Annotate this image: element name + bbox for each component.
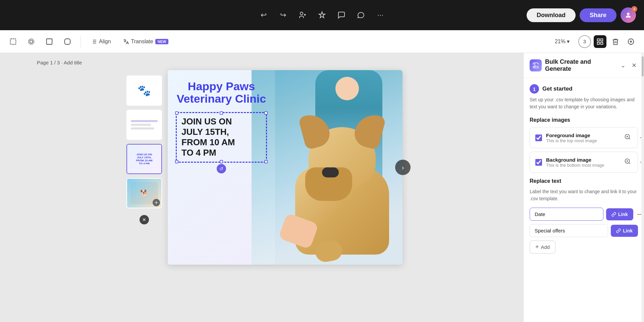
rounded-rect-tool-button[interactable] xyxy=(61,35,74,48)
avatar-wrapper: 4 xyxy=(621,7,636,23)
svg-rect-4 xyxy=(10,39,16,44)
page-nav-button[interactable]: 3 xyxy=(578,35,591,48)
svg-rect-16 xyxy=(601,39,603,41)
foreground-image-option: Foreground image This is the top most im… xyxy=(530,127,638,148)
panel-close-button[interactable]: ✕ xyxy=(630,60,638,70)
foreground-image-title: Foreground image xyxy=(546,132,619,138)
replace-images-title: Replace images xyxy=(530,117,638,123)
foreground-image-checkbox[interactable] xyxy=(535,135,542,141)
next-page-button[interactable]: › xyxy=(395,160,411,175)
add-label: Add xyxy=(541,244,550,250)
thumb-item-1[interactable]: 🐾 xyxy=(126,75,162,106)
svg-rect-15 xyxy=(597,39,599,41)
step-1-header: 1 Get started xyxy=(530,84,638,94)
avatar-notification-badge: 4 xyxy=(631,6,637,12)
selection-handle-br xyxy=(264,160,268,163)
thumb-close-button[interactable]: ✕ xyxy=(140,215,149,224)
replace-text-desc: Label the text you want to change and li… xyxy=(530,188,638,202)
background-image-option: Background image This is the bottom most… xyxy=(530,152,638,173)
canvas-container: Happy Paws Veterinary Clinic JOIN US ON … xyxy=(168,70,402,265)
card-text-area: Happy Paws Veterinary Clinic JOIN US ON … xyxy=(168,70,275,265)
step-1-description: Set up your .csv template by choosing im… xyxy=(530,96,638,110)
background-image-text: Background image This is the bottom most… xyxy=(546,157,619,168)
toolbar: Align Translate NEW 21% ▾ 3 xyxy=(0,30,644,53)
svg-point-3 xyxy=(627,13,629,15)
panel-collapse-button[interactable]: ⌄ xyxy=(619,60,627,70)
top-bar: ↩ ↪ ··· Download Share xyxy=(0,0,644,30)
foreground-image-search-button[interactable] xyxy=(623,132,632,143)
page-label: Page 1 / 3 · Add title xyxy=(37,60,82,65)
rotation-button[interactable]: ↺ xyxy=(217,164,226,173)
date-text-input[interactable] xyxy=(530,208,603,221)
foreground-image-subtitle: This is the top most image xyxy=(546,138,619,143)
replace-images-section: Replace images Foreground image This is … xyxy=(530,117,638,173)
background-image-title: Background image xyxy=(546,157,619,163)
panel-header: Bulk Create and Generate ⌄ ✕ xyxy=(524,53,644,78)
replace-text-title: Replace text xyxy=(530,178,638,184)
thumb-mini-text: JOIN US ONJULY 15TH,FROM 10 AMTO 4 PM xyxy=(136,153,152,165)
panel-icon xyxy=(530,59,542,71)
svg-rect-8 xyxy=(65,39,70,44)
selection-handle-bl xyxy=(175,160,178,163)
scrollbar-thumb[interactable] xyxy=(642,56,644,76)
element-tool-button[interactable] xyxy=(25,35,38,48)
canvas-card: Happy Paws Veterinary Clinic JOIN US ON … xyxy=(168,70,402,265)
zoom-level: 21% xyxy=(555,39,566,45)
top-bar-center: ↩ ↪ ··· xyxy=(257,8,387,22)
download-button[interactable]: Download xyxy=(527,8,576,22)
svg-rect-17 xyxy=(597,42,599,44)
foreground-image-text: Foreground image This is the top most im… xyxy=(546,132,619,143)
special-offers-link-button[interactable]: Link xyxy=(611,225,638,237)
share-button[interactable]: Share xyxy=(580,8,616,22)
thumb-item-3[interactable]: JOIN US ONJULY 15TH,FROM 10 AMTO 4 PM xyxy=(126,144,162,174)
redo-button[interactable]: ↪ xyxy=(276,8,290,22)
panel-title: Bulk Create and Generate xyxy=(545,58,616,72)
add-text-field-button[interactable]: + Add xyxy=(530,240,555,254)
scrollbar-track xyxy=(641,53,644,322)
new-badge: NEW xyxy=(155,39,169,44)
text-field-row-1: Link C xyxy=(530,208,638,221)
translate-button[interactable]: Translate NEW xyxy=(120,36,172,47)
card-date-text: JOIN US ON JULY 15TH, FROM 10 AM TO 4 PM xyxy=(181,116,261,158)
date-link-button[interactable]: Link xyxy=(606,208,633,220)
special-offers-link-label: Link xyxy=(623,228,633,233)
svg-point-0 xyxy=(300,12,303,15)
align-label: Align xyxy=(99,39,111,45)
top-bar-right: Download Share 4 xyxy=(527,7,636,23)
chat-button[interactable] xyxy=(354,8,368,22)
toolbar-divider-1 xyxy=(80,36,81,48)
svg-point-6 xyxy=(29,39,34,44)
undo-button[interactable]: ↩ xyxy=(257,8,270,22)
select-tool-button[interactable] xyxy=(7,35,19,48)
step-1-section: 1 Get started Set up your .csv template … xyxy=(530,84,638,110)
panel-scroll-area: 1 Get started Set up your .csv template … xyxy=(524,78,644,322)
more-button[interactable]: ··· xyxy=(374,8,387,22)
text-field-row-2: Link xyxy=(530,224,638,237)
background-image-search-button[interactable] xyxy=(623,157,632,168)
dog-silhouette xyxy=(282,110,402,265)
main-layout: Page 1 / 3 · Add title 🐾 JOIN US ONJULY … xyxy=(0,53,644,322)
thumb-item-2[interactable] xyxy=(126,110,162,140)
date-text-box[interactable]: JOIN US ON JULY 15TH, FROM 10 AM TO 4 PM xyxy=(176,112,267,163)
align-button[interactable]: Align xyxy=(88,36,114,47)
background-image-checkbox[interactable] xyxy=(535,159,542,166)
add-icon: + xyxy=(535,244,539,251)
date-link-label: Link xyxy=(618,212,628,217)
comment-button[interactable] xyxy=(335,8,348,22)
zoom-selector[interactable]: 21% ▾ xyxy=(551,36,573,47)
svg-point-22 xyxy=(156,202,157,203)
translate-label: Translate xyxy=(131,39,153,45)
rectangle-tool-button[interactable] xyxy=(43,35,56,48)
add-page-button[interactable] xyxy=(625,35,637,48)
magic-button[interactable] xyxy=(315,8,329,22)
grid-view-button[interactable] xyxy=(594,35,606,48)
selection-handle-tl xyxy=(175,111,178,115)
thumbnail-sidebar: 🐾 JOIN US ONJULY 15TH,FROM 10 AMTO 4 PM xyxy=(121,70,168,230)
toolbar-right: 3 xyxy=(578,35,637,48)
delete-button[interactable] xyxy=(609,35,622,48)
selection-handle-bc xyxy=(220,160,223,163)
special-offers-text-input[interactable] xyxy=(530,224,608,237)
svg-point-5 xyxy=(30,40,33,43)
thumb-item-4[interactable]: 🐕 xyxy=(126,178,162,208)
add-collaborator-button[interactable] xyxy=(296,8,309,22)
